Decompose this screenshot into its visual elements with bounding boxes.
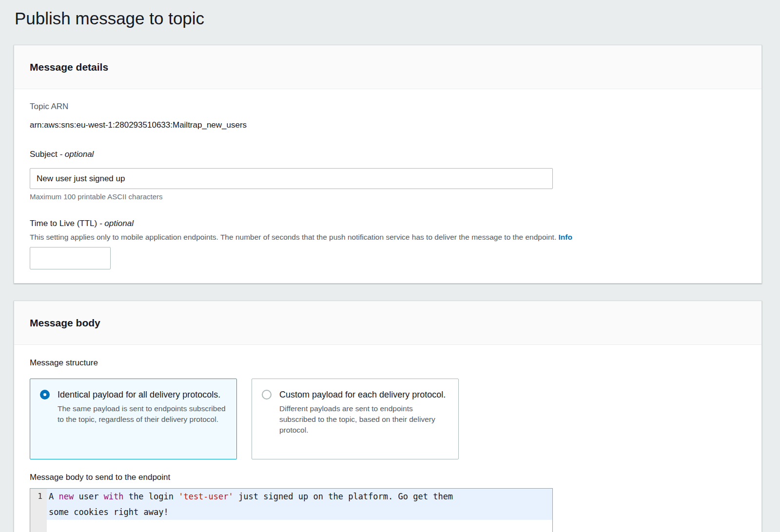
ttl-field: Time to Live (TTL) - optional This setti… <box>30 218 746 269</box>
tile-custom-payload[interactable]: Custom payload for each delivery protoco… <box>252 379 459 459</box>
message-details-header: Message details <box>14 45 761 89</box>
tile-text: Custom payload for each delivery protoco… <box>279 388 448 436</box>
message-structure-label: Message structure <box>30 357 746 369</box>
tile-label: Identical payload for all delivery proto… <box>58 390 220 399</box>
message-body-title: Message body <box>30 317 100 329</box>
message-details-body: Topic ARN arn:aws:sns:eu-west-1:28029351… <box>14 89 761 283</box>
editor-active-line: A new user with the login 'test-user' ju… <box>47 489 552 520</box>
ttl-optional-text: - optional <box>99 219 134 228</box>
code-row: some cookies right away! <box>47 504 552 520</box>
message-body-header: Message body <box>14 301 761 345</box>
editor-content[interactable]: A new user with the login 'test-user' ju… <box>47 489 552 532</box>
publish-message-page: Publish message to topic Message details… <box>0 0 780 532</box>
ttl-description-text: This setting applies only to mobile appl… <box>30 233 556 241</box>
tile-label: Custom payload for each delivery protoco… <box>279 390 446 399</box>
code-rows: A new user with the login 'test-user' ju… <box>47 489 552 520</box>
tile-text: Identical payload for all delivery proto… <box>58 388 227 425</box>
subject-field: Subject - optional Maximum 100 printable… <box>30 149 746 202</box>
message-body-content: Message structure Identical payload for … <box>14 345 761 532</box>
topic-arn-label: Topic ARN <box>30 101 746 112</box>
subject-input[interactable] <box>30 168 553 189</box>
subject-label-text: Subject <box>30 150 58 159</box>
ttl-label: Time to Live (TTL) - optional <box>30 218 746 229</box>
message-details-panel: Message details Topic ARN arn:aws:sns:eu… <box>14 45 762 284</box>
subject-label: Subject - optional <box>30 149 746 160</box>
page-title: Publish message to topic <box>15 7 762 30</box>
topic-arn-value: arn:aws:sns:eu-west-1:280293510633:Mailt… <box>30 120 746 131</box>
editor-line-number: 1 <box>30 489 42 504</box>
code-row: A new user with the login 'test-user' ju… <box>47 489 552 504</box>
message-body-panel: Message body Message structure Identical… <box>14 301 762 532</box>
ttl-description: This setting applies only to mobile appl… <box>30 232 746 243</box>
message-structure-options: Identical payload for all delivery proto… <box>30 379 746 459</box>
ttl-info-link[interactable]: Info <box>559 233 572 241</box>
message-body-to-send-label: Message body to send to the endpoint <box>30 472 746 483</box>
radio-unselected-icon[interactable] <box>262 390 272 399</box>
subject-helper-text: Maximum 100 printable ASCII characters <box>30 192 746 202</box>
tile-description: Different payloads are sent to endpoints… <box>279 403 448 436</box>
message-details-title: Message details <box>30 61 108 73</box>
topic-arn-field: Topic ARN arn:aws:sns:eu-west-1:28029351… <box>30 101 746 131</box>
editor-gutter: 1 <box>30 489 47 532</box>
subject-optional-text: - optional <box>59 150 94 159</box>
tile-identical-payload[interactable]: Identical payload for all delivery proto… <box>30 379 237 459</box>
tile-description: The same payload is sent to endpoints su… <box>58 403 227 425</box>
message-body-editor[interactable]: 1 A new user with the login 'test-user' … <box>30 488 553 532</box>
ttl-input[interactable] <box>30 247 111 269</box>
radio-selected-icon[interactable] <box>40 390 50 399</box>
ttl-label-text: Time to Live (TTL) <box>30 219 97 228</box>
